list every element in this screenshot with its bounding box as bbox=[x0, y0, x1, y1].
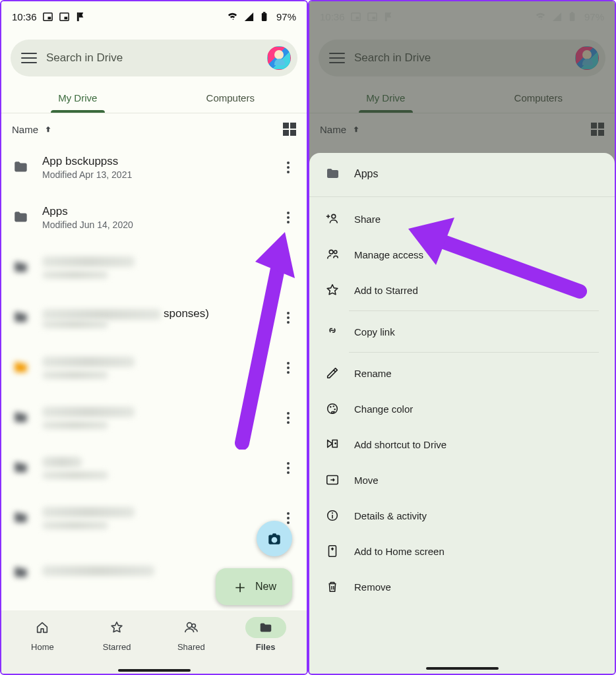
file-item[interactable]: Apps Modified Jun 14, 2020 bbox=[1, 192, 307, 243]
tabs: My Drive Computers bbox=[1, 83, 307, 113]
shortcut-icon bbox=[325, 437, 340, 452]
link-icon bbox=[325, 324, 340, 339]
sort-button[interactable]: Name bbox=[12, 124, 53, 135]
folder-icon bbox=[12, 460, 30, 476]
search-placeholder: Search in Drive bbox=[46, 51, 267, 65]
palette-icon bbox=[325, 401, 340, 416]
sheet-title: Apps bbox=[354, 168, 378, 180]
folder-icon bbox=[12, 210, 30, 225]
folder-icon bbox=[12, 310, 30, 326]
sheet-manage-access[interactable]: Manage access bbox=[309, 237, 615, 272]
file-item-blurred[interactable] bbox=[1, 343, 307, 393]
sheet-move[interactable]: Move bbox=[309, 462, 615, 498]
wifi-icon bbox=[227, 11, 238, 22]
folder-icon bbox=[12, 260, 30, 276]
camera-fab[interactable] bbox=[257, 521, 292, 556]
folder-icon bbox=[12, 360, 30, 376]
signal-icon bbox=[243, 11, 255, 22]
people-icon bbox=[184, 620, 199, 635]
file-subtitle: Modified Apr 13, 2021 bbox=[42, 169, 268, 180]
info-icon bbox=[325, 508, 340, 523]
file-name: Apps bbox=[42, 205, 268, 218]
sheet-change-color[interactable]: Change color bbox=[309, 391, 615, 426]
file-item-blurred[interactable]: sponses) bbox=[1, 293, 307, 343]
sheet-move-label: Move bbox=[354, 475, 379, 486]
sheet-copy-link[interactable]: Copy link bbox=[309, 314, 615, 349]
grid-view-button[interactable] bbox=[283, 123, 296, 136]
file-more-button[interactable] bbox=[280, 410, 296, 426]
file-more-button[interactable] bbox=[280, 310, 296, 326]
plus-icon: ＋ bbox=[231, 578, 249, 595]
nav-home[interactable]: Home bbox=[5, 617, 80, 662]
sheet-add-home[interactable]: Add to Home screen bbox=[309, 533, 615, 569]
star-outline-icon bbox=[325, 283, 340, 297]
status-time: 10:36 bbox=[12, 11, 37, 22]
nav-shared-label: Shared bbox=[177, 642, 205, 652]
person-add-icon bbox=[325, 212, 340, 226]
file-item[interactable]: App bsckuppss Modified Apr 13, 2021 bbox=[1, 142, 307, 192]
left-screenshot: 10:36 97% Search in Drive My Drive Compu… bbox=[0, 0, 308, 675]
folder-icon bbox=[12, 160, 30, 175]
sheet-remove[interactable]: Remove bbox=[309, 569, 615, 604]
avatar[interactable] bbox=[267, 46, 291, 70]
nav-starred[interactable]: Starred bbox=[80, 617, 154, 662]
right-screenshot: 10:36 97% Search in Drive My Drive Compu… bbox=[308, 0, 616, 675]
folder-icon bbox=[325, 166, 341, 182]
new-fab[interactable]: ＋ New bbox=[216, 568, 292, 605]
home-indicator bbox=[118, 669, 191, 672]
star-icon bbox=[109, 620, 124, 635]
file-item-blurred[interactable] bbox=[1, 393, 307, 443]
file-more-button[interactable] bbox=[280, 360, 296, 376]
sort-row: Name bbox=[1, 113, 307, 142]
sheet-add-home-label: Add to Home screen bbox=[354, 546, 445, 557]
folder-fill-icon bbox=[259, 620, 273, 635]
battery-icon bbox=[260, 11, 271, 22]
sheet-rename[interactable]: Rename bbox=[309, 355, 615, 391]
sheet-share[interactable]: Share bbox=[309, 201, 615, 237]
bottom-sheet: Apps Share Manage access Add to Starred bbox=[309, 153, 615, 674]
people-icon bbox=[325, 247, 340, 262]
sheet-add-starred-label: Add to Starred bbox=[354, 285, 418, 296]
new-fab-label: New bbox=[255, 581, 276, 593]
menu-icon[interactable] bbox=[21, 50, 37, 66]
camera-icon bbox=[266, 531, 282, 546]
home-icon bbox=[35, 620, 49, 635]
sheet-details-label: Details & activity bbox=[354, 510, 427, 521]
trash-icon bbox=[325, 579, 340, 594]
file-item-blurred[interactable] bbox=[1, 243, 307, 293]
folder-icon bbox=[12, 410, 30, 426]
sheet-add-shortcut[interactable]: Add shortcut to Drive bbox=[309, 426, 615, 462]
sheet-copy-link-label: Copy link bbox=[354, 326, 395, 338]
sheet-add-shortcut-label: Add shortcut to Drive bbox=[354, 439, 447, 450]
pip-icon bbox=[42, 11, 53, 22]
tab-my-drive[interactable]: My Drive bbox=[1, 83, 154, 113]
sheet-details[interactable]: Details & activity bbox=[309, 498, 615, 533]
nav-starred-label: Starred bbox=[103, 642, 131, 652]
file-item-blurred[interactable] bbox=[1, 443, 307, 493]
pip-icon-2 bbox=[59, 11, 70, 22]
nav-home-label: Home bbox=[31, 642, 54, 652]
add-to-home-icon bbox=[325, 544, 340, 558]
folder-icon bbox=[12, 565, 30, 581]
file-name: sponses) bbox=[42, 307, 268, 320]
file-more-button[interactable] bbox=[280, 460, 296, 476]
nav-files-label: Files bbox=[256, 642, 276, 652]
sheet-manage-access-label: Manage access bbox=[354, 249, 423, 260]
file-more-button[interactable] bbox=[280, 210, 296, 225]
tab-computers[interactable]: Computers bbox=[154, 83, 307, 113]
sheet-add-starred[interactable]: Add to Starred bbox=[309, 272, 615, 308]
file-name: App bsckuppss bbox=[42, 155, 268, 168]
sort-label-text: Name bbox=[12, 124, 38, 135]
search-bar[interactable]: Search in Drive bbox=[11, 40, 297, 76]
home-indicator bbox=[426, 667, 499, 670]
file-more-button[interactable] bbox=[280, 260, 296, 276]
pencil-icon bbox=[325, 366, 340, 380]
nav-shared[interactable]: Shared bbox=[154, 617, 229, 662]
sheet-change-color-label: Change color bbox=[354, 403, 413, 415]
move-icon bbox=[325, 473, 340, 487]
sheet-remove-label: Remove bbox=[354, 581, 391, 593]
status-bar: 10:36 97% bbox=[1, 1, 307, 32]
file-more-button[interactable] bbox=[280, 160, 296, 175]
status-battery-pct: 97% bbox=[276, 11, 296, 22]
nav-files[interactable]: Files bbox=[228, 617, 303, 662]
